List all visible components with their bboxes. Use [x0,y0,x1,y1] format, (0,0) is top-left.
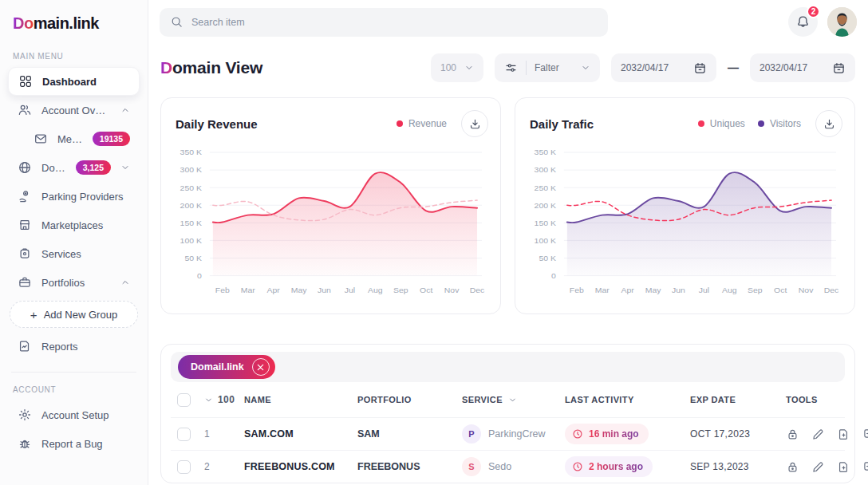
filter-label: Falter [535,62,573,73]
sidebar-item-label: Dashboard [42,76,129,88]
row-checkbox[interactable] [177,460,191,474]
domain-name[interactable]: FREEBONUS.COM [244,461,357,472]
page-size-select[interactable]: 100 [431,53,483,82]
daily-revenue-chart: 350 K300 K250 K200 K150 K100 K50 K0FebMa… [173,140,488,297]
lock-tool-button[interactable] [786,428,799,441]
report-document-icon [18,339,32,353]
chart-title: Daily Revenue [176,117,258,131]
daily-trafic-header: Daily Trafic Uniques Visitors [527,108,842,137]
svg-text:Aug: Aug [368,286,383,295]
sidebar-item-services[interactable]: Services [8,239,140,268]
close-icon [257,364,264,371]
search-input[interactable]: Search item [160,8,608,37]
date-to-picker[interactable]: 2032/04/17 [750,53,855,82]
svg-text:250 K: 250 K [535,183,557,192]
services-icon [18,246,32,261]
daily-trafic-chart: 350 K300 K250 K200 K150 K100 K50 K0FebMa… [527,140,842,297]
chevron-up-icon [120,278,130,287]
service-cell: S Sedo [462,457,565,476]
download-chart-button[interactable] [815,110,842,137]
svg-text:100 K: 100 K [535,236,557,245]
sidebar-item-domains[interactable]: Domains 3,125 [8,153,140,182]
app-root: Domain.link MAIN MENU Dashboard Account … [0,0,868,485]
logo-accent-text: Do [13,14,34,32]
duplicate-tool-button[interactable] [862,460,868,474]
domain-filter-chip[interactable]: Domail.link [178,355,275,379]
duplicate-tool-button[interactable] [862,428,868,441]
sidebar-item-portfolios[interactable]: Portfolios [8,268,140,297]
filter-dropdown[interactable]: Falter [495,53,600,82]
legend-label: Visitors [770,118,801,129]
chevron-down-icon [581,63,590,73]
sidebar-item-label: Parking Providers [41,191,130,203]
chevron-down-icon [464,63,474,73]
download-chart-button[interactable] [461,110,488,137]
tools-cell [786,460,868,474]
legend-label: Uniques [710,118,745,129]
svg-text:Jul: Jul [699,286,709,295]
sidebar-divider [11,372,136,373]
row-count-select[interactable]: 100 [204,394,244,405]
svg-text:0: 0 [551,271,556,280]
svg-text:Nov: Nov [444,286,460,295]
column-header-name[interactable]: NAME [244,395,357,404]
sidebar-item-messages[interactable]: Messages 19135 [24,124,140,153]
app-logo[interactable]: Domain.link [0,10,148,33]
add-file-tool-button[interactable] [837,460,850,474]
bug-icon [18,436,32,451]
svg-text:Sep: Sep [393,286,408,295]
sidebar-item-label: Account Overview [41,104,111,116]
sidebar-item-parking-providers[interactable]: Parking Providers [8,182,140,211]
sidebar-item-dashboard[interactable]: Dashboard [8,67,140,96]
pencil-icon [811,460,825,474]
page-size-value: 100 [440,62,456,73]
add-file-tool-button[interactable] [837,428,850,441]
daily-revenue-header: Daily Revenue Revenue [173,108,488,137]
column-header-service[interactable]: SERVICE [462,395,565,404]
calendar-icon [693,61,707,75]
storefront-icon [18,218,32,232]
sidebar-item-label: Messages [57,133,83,145]
column-header-portfolio[interactable]: PORTFOLIO [357,395,462,404]
service-cell: P ParkingCrew [462,424,565,444]
svg-text:Feb: Feb [570,286,584,295]
sidebar-item-reports[interactable]: Reports [8,332,140,361]
lock-tool-button[interactable] [786,460,799,474]
notifications-button[interactable]: 2 [788,7,818,37]
last-activity-cell: 16 min ago [565,424,690,444]
date-to-value: 2032/04/17 [760,62,807,73]
people-icon [18,103,32,117]
sidebar-item-account-setup[interactable]: Account Setup [8,400,140,429]
avatar[interactable] [827,7,857,37]
filter-separator [526,61,527,75]
service-name: Sedo [488,461,511,472]
domains-count-badge: 3,125 [76,160,111,175]
edit-tool-button[interactable] [811,428,825,441]
svg-text:100 K: 100 K [180,236,203,245]
legend-revenue: Revenue [397,118,447,129]
chevron-down-icon [204,396,213,404]
svg-text:Aug: Aug [722,286,737,295]
sidebar-item-account-overview[interactable]: Account Overview [8,96,140,124]
last-activity-text: 16 min ago [589,428,639,440]
date-from-picker[interactable]: 2032/04/17 [611,53,716,82]
sidebar-item-marketplaces[interactable]: Marketplaces [8,211,140,239]
svg-text:Mar: Mar [241,286,256,295]
sidebar-item-report-a-bug[interactable]: Report a Bug [8,429,140,458]
portfolio-name: FREEBONUS [357,461,462,472]
column-header-tools: TOOLS [786,395,838,404]
domain-name[interactable]: SAM.COM [244,428,357,440]
svg-text:300 K: 300 K [180,166,203,175]
column-header-last-activity[interactable]: LAST ACTIVITY [565,395,690,404]
row-checkbox[interactable] [177,428,191,441]
remove-chip-button[interactable] [252,358,270,376]
chevron-down-icon [508,396,517,404]
sidebar: Domain.link MAIN MENU Dashboard Account … [0,0,148,485]
date-range-separator: — [728,61,739,74]
column-header-exp-date[interactable]: EXP DATE [690,395,786,404]
edit-tool-button[interactable] [811,460,825,474]
select-all-checkbox[interactable] [177,393,191,407]
search-icon [170,15,183,29]
add-new-group-button[interactable]: + Add New Group [10,301,138,328]
pencil-icon [811,428,825,441]
